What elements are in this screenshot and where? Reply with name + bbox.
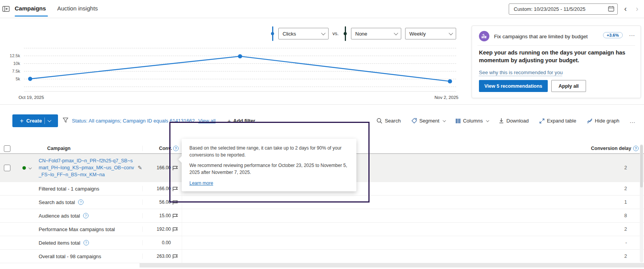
filter-bar: Status: All campaigns; Campaign ID equal… (63, 114, 255, 127)
next-period-icon[interactable] (633, 3, 641, 14)
primary-metric-select[interactable]: Clicks (278, 28, 329, 39)
download-button[interactable]: Download (499, 118, 529, 124)
columns-button[interactable]: Columns (455, 118, 488, 124)
conv-value: 15.00 (159, 213, 171, 218)
help-icon[interactable] (83, 240, 89, 245)
table-row-search-ads-total: Search ads total 56.00 1 (0, 196, 644, 209)
download-label: Download (506, 118, 529, 124)
secondary-metric-select[interactable]: None (351, 28, 401, 39)
chevron-down-icon[interactable] (48, 118, 51, 122)
segment-button[interactable]: Segment (411, 118, 445, 124)
hide-graph-button[interactable]: Hide graph (587, 118, 620, 124)
plus-icon (228, 117, 231, 124)
conversion-delay-flag-icon[interactable] (172, 186, 179, 191)
card-divider (477, 45, 635, 46)
conversion-delay-flag-icon[interactable] (172, 200, 179, 205)
conversion-delay-flag-icon[interactable] (172, 227, 179, 232)
add-filter-label: Add filter (233, 118, 255, 124)
conversion-delay-value: 2 (624, 165, 627, 170)
download-icon (499, 118, 504, 124)
conv-value: 166.00 (157, 186, 171, 191)
granularity-select[interactable]: Weekly (405, 28, 456, 39)
data-point[interactable] (28, 77, 32, 81)
expand-table-label: Expand table (547, 118, 576, 124)
learn-more-link[interactable]: Learn more (189, 180, 213, 186)
select-all-checkbox[interactable] (4, 145, 10, 152)
apply-all-button[interactable]: Apply all (551, 80, 586, 92)
clicks-series-line (24, 46, 456, 92)
add-filter-button[interactable]: Add filter (228, 117, 256, 124)
view-recommendations-button[interactable]: View 5 recommendations (479, 80, 548, 92)
budget-recommendation-icon (479, 31, 489, 41)
conversion-delay-flag-icon[interactable] (172, 213, 179, 218)
granularity-value: Weekly (409, 31, 426, 37)
horizontal-scrollbar[interactable] (140, 263, 644, 267)
vs-label: vs. (332, 31, 339, 36)
tab-campaigns[interactable]: Campaigns (15, 5, 46, 12)
conversion-delay-value: 8 (624, 213, 627, 218)
data-point[interactable] (238, 54, 242, 58)
create-label: Create (26, 118, 42, 124)
columns-label: Columns (463, 118, 483, 124)
toolbar-more-icon[interactable]: ... (630, 118, 635, 124)
filter-funnel-icon (63, 117, 68, 124)
secondary-metric-marker-icon (343, 26, 347, 41)
row-checkbox[interactable] (4, 165, 10, 171)
active-tab-underline (15, 15, 48, 17)
conversion-delay-help-icon[interactable] (633, 146, 639, 151)
why-recommended-link[interactable]: See why this is recommended for you (479, 70, 563, 75)
y-axis-tick-label: 12.5k (10, 53, 20, 58)
status-chevron-icon[interactable] (29, 166, 32, 169)
date-range-picker[interactable]: Custom: 10/23/2025 - 11/5/2025 (509, 3, 618, 15)
date-range-value: Custom: 10/23/2025 - 11/5/2025 (514, 6, 586, 12)
column-header-campaign[interactable]: Campaign (47, 146, 70, 151)
vertical-scrollbar[interactable] (640, 144, 643, 262)
y-axis-tick-label: 7.5k (12, 69, 20, 73)
row-label: Overall total - 98 campaigns (39, 254, 101, 259)
previous-period-icon[interactable] (622, 3, 629, 14)
segment-icon (411, 118, 417, 124)
help-icon[interactable] (83, 213, 89, 218)
segment-label: Segment (419, 118, 440, 124)
columns-icon (455, 118, 461, 124)
view-all-link[interactable]: View all (198, 118, 216, 124)
search-button[interactable]: Search (377, 118, 400, 124)
row-label: Search ads total (39, 199, 75, 205)
table-actions-toolbar: Search Segment Columns Download Expand t… (377, 114, 635, 127)
campaign-name-link[interactable]: CN~Fold7-pmax_ID~n_PR~f2h25-q7_SB~smart_… (39, 157, 135, 178)
chevron-down-icon (394, 31, 398, 35)
conversion-delay-flag-icon[interactable] (172, 165, 179, 170)
row-label: Deleted items total (39, 240, 80, 246)
chevron-down-icon (486, 119, 489, 122)
conversion-delay-value: - (625, 240, 627, 245)
scrollbar-thumb[interactable] (640, 145, 643, 187)
column-header-conv[interactable]: Conv. (159, 146, 172, 151)
conversion-delay-value: 2 (624, 226, 627, 232)
column-header-conversion-delay[interactable]: Conversion delay (591, 146, 631, 151)
expand-table-icon (539, 118, 545, 124)
collapse-panel-icon[interactable] (2, 6, 10, 12)
primary-metric-value: Clicks (283, 31, 296, 37)
create-button[interactable]: Create (12, 114, 58, 127)
recommendation-body: Keep your ads running on the days your c… (479, 49, 634, 64)
help-icon[interactable] (78, 199, 83, 205)
conv-value: 192.00 (157, 226, 171, 232)
x-axis-label-start: Oct 19, 2025 (19, 95, 44, 100)
tab-auction-insights[interactable]: Auction insights (57, 5, 98, 12)
card-more-icon[interactable]: ... (629, 31, 635, 37)
conversion-delay-flag-icon[interactable] (172, 254, 179, 259)
clicks-line-chart: Oct 19, 2025 Nov 2, 2025 12.5k10k7.5k5k (24, 46, 456, 91)
expand-table-button[interactable]: Expand table (539, 118, 576, 124)
data-point[interactable] (448, 79, 452, 83)
secondary-metric-value: None (355, 31, 367, 37)
conversion-delay-value: 2 (624, 254, 627, 259)
row-label: Performance Max campaigns total (39, 226, 115, 232)
campaigns-page: Campaigns Auction insights Custom: 10/23… (0, 0, 644, 269)
conv-value: 0.00 (162, 240, 171, 245)
conv-help-icon[interactable] (173, 146, 179, 151)
active-filter-summary[interactable]: Status: All campaigns; Campaign ID equal… (72, 118, 195, 124)
uplift-badge[interactable]: +3.6% (603, 32, 623, 38)
tooltip-paragraph-2: We recommend reviewing performance for O… (189, 162, 349, 176)
search-label: Search (385, 118, 400, 124)
edit-pencil-icon[interactable]: ✎ (138, 165, 142, 171)
